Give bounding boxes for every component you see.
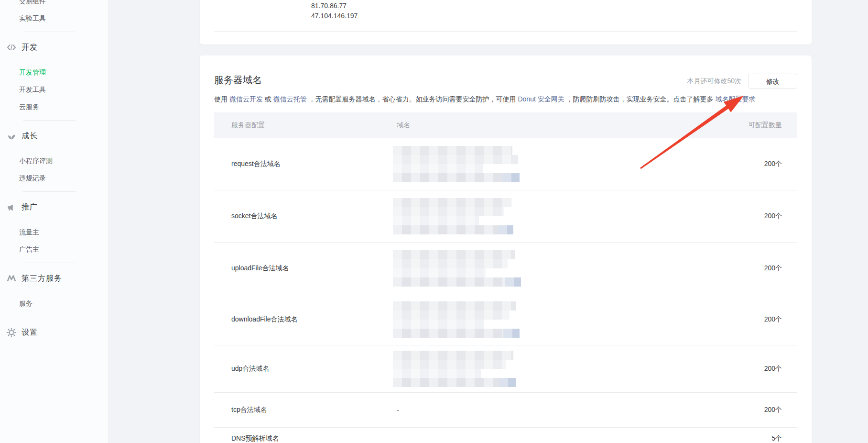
header-server-config: 服务器配置 bbox=[214, 121, 397, 130]
desc-text: ，防爬防刷防攻击，实现业务安全。点击了解更多 bbox=[564, 95, 716, 103]
donut-gateway-link[interactable]: Donut 安全网关 bbox=[518, 95, 564, 103]
redacted-domain-blur bbox=[393, 198, 697, 234]
sidebar-item-小程序评测[interactable]: 小程序评测 bbox=[0, 152, 108, 169]
redacted-domain-blur bbox=[393, 250, 697, 287]
server-config-label: uploadFile合法域名 bbox=[214, 264, 397, 273]
redacted-highlight bbox=[498, 225, 513, 234]
sidebar-item-服务[interactable]: 服务 bbox=[0, 295, 108, 312]
server-config-label: udp合法域名 bbox=[214, 365, 397, 373]
config-limit-value: 5个 bbox=[697, 428, 797, 443]
table-row-downloadFile合法域名: downloadFile合法域名200个 bbox=[214, 294, 797, 345]
redacted-highlight bbox=[505, 277, 521, 287]
table-row-request合法域名: request合法域名200个 bbox=[214, 138, 797, 190]
table-row-uploadFile合法域名: uploadFile合法域名200个 bbox=[214, 243, 797, 294]
gear-icon bbox=[6, 328, 17, 337]
domain-cell bbox=[397, 301, 697, 338]
megaphone-icon bbox=[6, 202, 17, 212]
modify-button[interactable]: 修改 bbox=[749, 74, 797, 89]
sidebar-group: 交易组件实验工具 bbox=[0, 0, 108, 27]
sidebar-item-云服务[interactable]: 云服务 bbox=[0, 98, 108, 115]
monthly-quota-note: 本月还可修改50次 bbox=[687, 77, 741, 86]
wxcloud-dev-link[interactable]: 微信云开发 bbox=[229, 95, 263, 103]
sidebar-item-流量主[interactable]: 流量主 bbox=[0, 223, 108, 241]
sidebar-section-第三方服务[interactable]: 第三方服务 bbox=[0, 268, 108, 289]
ip-card: 81.70.86.7747.104.146.197 bbox=[200, 0, 812, 44]
server-config-label: downloadFile合法域名 bbox=[214, 315, 397, 324]
page-title: 服务器域名 bbox=[214, 73, 262, 87]
ip-address: 81.70.86.77 bbox=[311, 1, 358, 11]
sidebar-item-开发工具[interactable]: 开发工具 bbox=[0, 81, 108, 98]
third-party-icon bbox=[6, 274, 17, 283]
table-row-tcp合法域名: tcp合法域名-200个 bbox=[214, 393, 797, 428]
redacted-domain-blur bbox=[393, 351, 697, 387]
sidebar-group: 设置 bbox=[0, 322, 108, 343]
code-icon bbox=[6, 43, 17, 52]
redacted-domain-blur bbox=[393, 301, 697, 338]
ip-address: 47.104.146.197 bbox=[311, 11, 358, 21]
sidebar-section-title: 成长 bbox=[22, 131, 38, 141]
domain-cell: - bbox=[397, 406, 697, 414]
table-row-socket合法域名: socket合法域名200个 bbox=[214, 190, 797, 243]
server-config-label: tcp合法域名 bbox=[214, 406, 397, 414]
domain-cell bbox=[397, 250, 697, 287]
sidebar-item-实验工具[interactable]: 实验工具 bbox=[0, 10, 108, 27]
sidebar-divider bbox=[23, 263, 76, 263]
sidebar-item-交易组件[interactable]: 交易组件 bbox=[0, 0, 108, 10]
desc-text: 使用 bbox=[214, 95, 229, 103]
sidebar-divider bbox=[23, 32, 76, 32]
sidebar-divider bbox=[23, 317, 76, 317]
sidebar-group: 成长小程序评测违规记录 bbox=[0, 125, 108, 187]
config-limit-value: 200个 bbox=[697, 212, 797, 221]
config-limit-value: 200个 bbox=[697, 406, 797, 414]
sidebar-section-设置[interactable]: 设置 bbox=[0, 322, 108, 343]
table-row-udp合法域名: udp合法域名200个 bbox=[214, 345, 797, 393]
config-limit-value: 200个 bbox=[697, 264, 797, 273]
sidebar-item-开发管理[interactable]: 开发管理 bbox=[0, 64, 108, 81]
domain-cell bbox=[397, 198, 697, 234]
desc-text: 或 bbox=[263, 95, 273, 103]
redacted-highlight bbox=[502, 173, 520, 182]
sidebar-section-推广[interactable]: 推广 bbox=[0, 197, 108, 218]
domain-cell bbox=[397, 146, 697, 182]
header-domain: 域名 bbox=[397, 121, 697, 130]
sidebar-section-title: 开发 bbox=[22, 43, 38, 53]
server-config-label: DNS预解析域名 bbox=[214, 428, 397, 443]
domain-table: 服务器配置 域名 可配置数量 request合法域名200个socket合法域名… bbox=[214, 112, 797, 443]
config-limit-value: 200个 bbox=[697, 160, 797, 168]
config-limit-value: 200个 bbox=[697, 365, 797, 373]
desc-text: ，无需配置服务器域名，省心省力。如业务访问需要安全防护，可使用 bbox=[307, 95, 518, 103]
sidebar-group: 推广流量主广告主 bbox=[0, 197, 108, 258]
wxcloud-hosting-link[interactable]: 微信云托管 bbox=[273, 95, 307, 103]
sidebar-item-违规记录[interactable]: 违规记录 bbox=[0, 169, 108, 187]
ip-list: 81.70.86.7747.104.146.197 bbox=[311, 1, 358, 21]
sidebar-section-title: 推广 bbox=[22, 202, 38, 212]
server-config-label: request合法域名 bbox=[214, 160, 397, 168]
sidebar-section-开发[interactable]: 开发 bbox=[0, 37, 108, 58]
sidebar-group: 开发开发管理开发工具云服务 bbox=[0, 37, 108, 115]
table-row-DNS预解析域名: DNS预解析域名5个 bbox=[214, 428, 797, 443]
sidebar-section-title: 第三方服务 bbox=[22, 274, 62, 284]
header-config-limit: 可配置数量 bbox=[697, 121, 797, 130]
sprout-icon bbox=[6, 131, 17, 141]
table-header: 服务器配置 域名 可配置数量 bbox=[214, 112, 797, 138]
domain-cell bbox=[397, 428, 697, 434]
server-domain-card: 服务器域名 本月还可修改50次 修改 使用 微信云开发 或 微信云托管 ，无需配… bbox=[200, 55, 812, 443]
divider bbox=[214, 31, 797, 32]
sidebar-divider bbox=[23, 120, 76, 121]
sidebar-group: 第三方服务服务 bbox=[0, 268, 108, 312]
domain-cell bbox=[397, 351, 697, 387]
server-config-label: socket合法域名 bbox=[214, 212, 397, 221]
config-limit-value: 200个 bbox=[697, 315, 797, 324]
sidebar-section-成长[interactable]: 成长 bbox=[0, 125, 108, 146]
description: 使用 微信云开发 或 微信云托管 ，无需配置服务器域名，省心省力。如业务访问需要… bbox=[200, 94, 812, 104]
sidebar: 交易组件实验工具开发开发管理开发工具云服务成长小程序评测违规记录推广流量主广告主… bbox=[0, 0, 109, 443]
redacted-highlight bbox=[499, 378, 516, 387]
sidebar-section-title: 设置 bbox=[22, 328, 38, 338]
domain-config-requirements-link[interactable]: 域名配置要求 bbox=[715, 95, 755, 103]
sidebar-item-广告主[interactable]: 广告主 bbox=[0, 241, 108, 258]
redacted-domain-blur bbox=[393, 146, 697, 182]
redacted-highlight bbox=[503, 329, 520, 338]
sidebar-divider bbox=[23, 191, 76, 192]
